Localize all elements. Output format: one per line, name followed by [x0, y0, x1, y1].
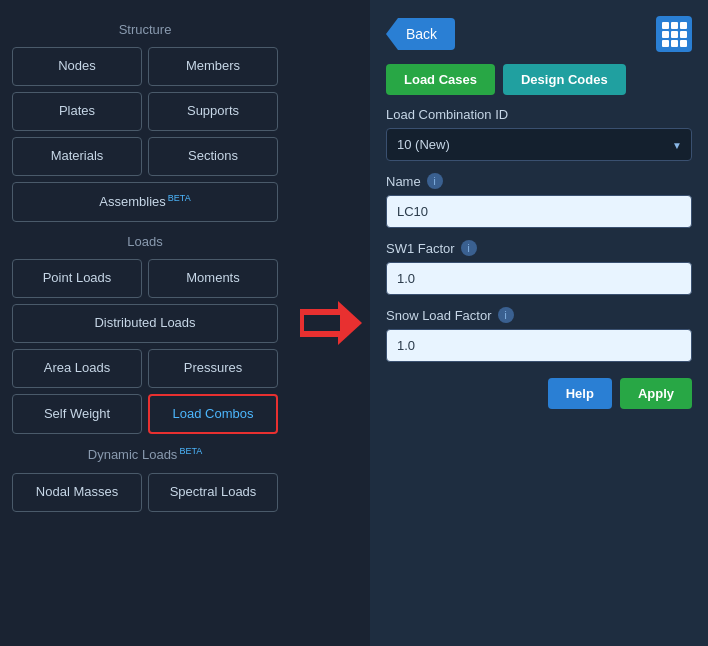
- plates-button[interactable]: Plates: [12, 92, 142, 131]
- snow-label: Snow Load Factor i: [386, 307, 692, 323]
- supports-button[interactable]: Supports: [148, 92, 278, 131]
- combo-id-select[interactable]: 10 (New): [386, 128, 692, 161]
- sections-button[interactable]: Sections: [148, 137, 278, 176]
- assemblies-grid: AssembliesBETA: [12, 182, 278, 222]
- snow-input[interactable]: [386, 329, 692, 362]
- loads-grid-mid: Area Loads Pressures Self Weight Load Co…: [12, 349, 278, 435]
- members-button[interactable]: Members: [148, 47, 278, 86]
- name-info-icon[interactable]: i: [427, 173, 443, 189]
- self-weight-button[interactable]: Self Weight: [12, 394, 142, 435]
- pressures-button[interactable]: Pressures: [148, 349, 278, 388]
- loads-grid-top: Point Loads Moments: [12, 259, 278, 298]
- moments-button[interactable]: Moments: [148, 259, 278, 298]
- beta-badge: BETA: [168, 193, 191, 203]
- dynamic-beta-badge: BETA: [179, 446, 202, 456]
- apply-button[interactable]: Apply: [620, 378, 692, 409]
- combo-id-group: Load Combination ID 10 (New): [386, 107, 692, 161]
- sw1-input[interactable]: [386, 262, 692, 295]
- dynamic-section-title: Dynamic LoadsBETA: [12, 446, 278, 462]
- back-button[interactable]: Back: [386, 18, 455, 50]
- action-row: Help Apply: [386, 378, 692, 409]
- name-input[interactable]: [386, 195, 692, 228]
- sw1-info-icon[interactable]: i: [461, 240, 477, 256]
- assemblies-button[interactable]: AssembliesBETA: [12, 182, 278, 222]
- nodes-button[interactable]: Nodes: [12, 47, 142, 86]
- grid-icon: [662, 22, 687, 47]
- distributed-loads-grid: Distributed Loads: [12, 304, 278, 343]
- design-codes-tab[interactable]: Design Codes: [503, 64, 626, 95]
- point-loads-button[interactable]: Point Loads: [12, 259, 142, 298]
- name-group: Name i: [386, 173, 692, 228]
- top-bar: Back: [386, 16, 692, 52]
- load-combos-button[interactable]: Load Combos: [148, 394, 278, 435]
- distributed-loads-button[interactable]: Distributed Loads: [12, 304, 278, 343]
- snow-group: Snow Load Factor i: [386, 307, 692, 362]
- combo-id-label: Load Combination ID: [386, 107, 692, 122]
- arrow-divider: [290, 0, 370, 646]
- help-button[interactable]: Help: [548, 378, 612, 409]
- right-panel: Back Load Cases Design Codes Load Combin…: [370, 0, 708, 646]
- spectral-loads-button[interactable]: Spectral Loads: [148, 473, 278, 512]
- grid-view-button[interactable]: [656, 16, 692, 52]
- materials-button[interactable]: Materials: [12, 137, 142, 176]
- structure-grid: Nodes Members Plates Supports Materials …: [12, 47, 278, 176]
- snow-info-icon[interactable]: i: [498, 307, 514, 323]
- combo-id-select-wrapper: 10 (New): [386, 128, 692, 161]
- dynamic-grid: Nodal Masses Spectral Loads: [12, 473, 278, 512]
- name-label: Name i: [386, 173, 692, 189]
- sw1-label: SW1 Factor i: [386, 240, 692, 256]
- nodal-masses-button[interactable]: Nodal Masses: [12, 473, 142, 512]
- tab-row: Load Cases Design Codes: [386, 64, 692, 95]
- left-panel: Structure Nodes Members Plates Supports …: [0, 0, 290, 646]
- area-loads-button[interactable]: Area Loads: [12, 349, 142, 388]
- sw1-group: SW1 Factor i: [386, 240, 692, 295]
- arrow-icon: [300, 303, 360, 343]
- structure-section-title: Structure: [12, 22, 278, 37]
- load-cases-tab[interactable]: Load Cases: [386, 64, 495, 95]
- loads-section-title: Loads: [12, 234, 278, 249]
